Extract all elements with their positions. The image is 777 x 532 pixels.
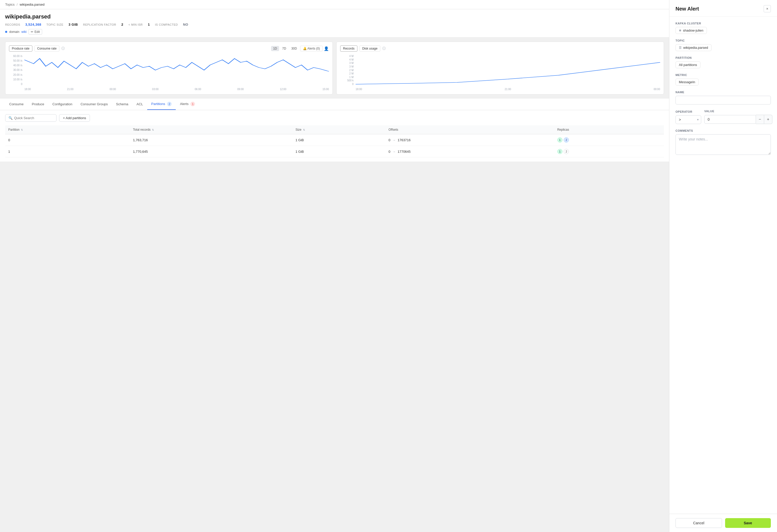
modal-header: New Alert × <box>669 0 777 17</box>
value-input[interactable] <box>704 115 756 124</box>
partition-row: PARTITION All partitions <box>675 56 771 68</box>
breadcrumb: Topics / wikipedia.parsed <box>0 0 669 9</box>
table-area: 🔍 + Add partitions Partition ⇅ Total rec… <box>0 110 669 161</box>
topic-row: TOPIC ☰ wikipedia.parsed <box>675 39 771 51</box>
tab-alerts[interactable]: Alerts 1 <box>176 99 199 110</box>
partitions-badge: 2 <box>167 102 172 106</box>
breadcrumb-current: wikipedia.parsed <box>19 3 44 6</box>
col-size[interactable]: Size ⇅ <box>293 125 385 134</box>
produce-rate-btn[interactable]: Produce rate <box>9 45 32 51</box>
partition-1: 1 <box>5 146 130 157</box>
replica-leader: 1 <box>557 149 562 154</box>
close-button[interactable]: × <box>764 5 771 12</box>
replica-leader: 1 <box>557 137 562 142</box>
modal-body: KAFKA CLUSTER ❄ shadow-julien TOPIC ☰ wi… <box>669 17 777 514</box>
size-1: 1 GiB <box>293 146 385 157</box>
tab-acl[interactable]: ACL <box>132 99 147 110</box>
table-row: 1 1,770,645 1 GiB 0 → 1770645 1 2 <box>5 146 664 157</box>
sort-icon: ⇅ <box>303 128 305 131</box>
subscribe-icon: 👤 <box>324 46 329 51</box>
search-input[interactable] <box>14 116 53 120</box>
domain-tag[interactable]: wiki <box>21 30 26 34</box>
size-0: 1 GiB <box>293 134 385 146</box>
min-isr-label: < MIN ISR <box>128 23 143 26</box>
total-records-1: 1,770,645 <box>130 146 293 157</box>
arrow-icon: → <box>393 150 396 153</box>
replicas-1: 1 2 <box>554 146 664 157</box>
domain-tags: domain wiki ✏ Edit <box>5 29 664 35</box>
modal-footer: Cancel Save <box>669 514 777 532</box>
col-partition[interactable]: Partition ⇅ <box>5 125 130 134</box>
topic-value: wikipedia.parsed <box>683 46 708 49</box>
chart-info-icon: ⓘ <box>62 46 65 51</box>
partition-chip: All partitions <box>675 61 700 68</box>
compacted-label: IS COMPACTED <box>155 23 178 26</box>
metric-label: METRIC <box>675 74 771 77</box>
records-x-axis: 18:00 21:00 00:00 <box>356 88 660 91</box>
replica-follower: 2 <box>564 149 569 154</box>
kafka-cluster-row: KAFKA CLUSTER ❄ shadow-julien <box>675 22 771 34</box>
partition-label: PARTITION <box>675 56 771 59</box>
cancel-button[interactable]: Cancel <box>675 518 722 528</box>
decrement-button[interactable]: − <box>756 115 764 124</box>
name-row: Name <box>675 91 771 105</box>
produce-chart-svg <box>24 55 329 86</box>
arrow-icon: → <box>393 138 396 142</box>
tab-configuration[interactable]: Configuration <box>48 99 76 110</box>
bell-icon: 🔔 <box>303 47 307 50</box>
time-7d-btn[interactable]: 7D <box>280 46 288 51</box>
kafka-cluster-chip: ❄ shadow-julien <box>675 27 707 34</box>
time-1d-btn[interactable]: 1D <box>271 46 279 51</box>
operator-select-wrap: > >= < <= = ▾ <box>675 115 701 124</box>
topic-title: wikipedia.parsed <box>5 13 664 20</box>
sort-icon: ⇅ <box>21 128 23 131</box>
metric-row: METRIC MessageIn <box>675 74 771 86</box>
disk-usage-btn[interactable]: Disk usage <box>359 45 380 51</box>
operator-select[interactable]: > >= < <= = <box>675 115 701 124</box>
alerts-badge: 1 <box>190 102 195 106</box>
metric-value: MessageIn <box>679 80 695 84</box>
topic-chip: ☰ wikipedia.parsed <box>675 44 711 51</box>
tab-schema[interactable]: Schema <box>112 99 133 110</box>
time-30d-btn[interactable]: 30D <box>289 46 299 51</box>
edit-button[interactable]: ✏ Edit <box>28 29 42 35</box>
tab-consumer-groups[interactable]: Consumer Groups <box>76 99 112 110</box>
edit-label: Edit <box>34 30 40 34</box>
add-partitions-button[interactable]: + Add partitions <box>59 114 90 122</box>
domain-dot <box>5 31 7 33</box>
records-btn[interactable]: Records <box>340 45 357 51</box>
alerts-label: Alerts (0) <box>307 47 320 50</box>
produce-chart-area: 60.00 /s 50.00 /s 40.00 /s 30.00 /s 20.0… <box>9 55 329 91</box>
col-replicas: Replicas <box>554 125 664 134</box>
partitions-table: Partition ⇅ Total records ⇅ Size ⇅ Offse… <box>5 125 664 157</box>
comments-textarea[interactable] <box>675 134 771 155</box>
modal-title: New Alert <box>675 6 699 12</box>
tab-partitions[interactable]: Partitions 2 <box>147 99 176 110</box>
col-total-records[interactable]: Total records ⇅ <box>130 125 293 134</box>
consume-rate-btn[interactable]: Consume rate <box>34 45 60 51</box>
operator-group: Operator > >= < <= = ▾ <box>675 110 701 124</box>
total-records-0: 1,763,716 <box>130 134 293 146</box>
compacted-value: NO <box>183 23 188 26</box>
produce-y-axis: 60.00 /s 50.00 /s 40.00 /s 30.00 /s 20.0… <box>9 55 24 86</box>
produce-chart-card: Produce rate Consume rate ⓘ 1D 7D 30D 🔔 … <box>5 41 333 95</box>
alerts-btn[interactable]: 🔔 Alerts (0) <box>300 46 323 51</box>
breadcrumb-separator: / <box>17 3 18 6</box>
increment-button[interactable]: + <box>764 115 772 124</box>
records-value: 3,524,368 <box>25 23 41 26</box>
records-chart-info-icon: ⓘ <box>382 46 386 51</box>
comments-row: Comments <box>675 129 771 156</box>
tab-produce[interactable]: Produce <box>28 99 48 110</box>
topics-link[interactable]: Topics <box>5 3 15 6</box>
table-toolbar: 🔍 + Add partitions <box>5 114 664 122</box>
topic-size-value: 3 GiB <box>69 23 78 26</box>
sort-icon: ⇅ <box>152 128 154 131</box>
name-input[interactable] <box>675 96 771 105</box>
save-button[interactable]: Save <box>725 518 771 528</box>
records-chart-area: 4 M 4 M 3 M 3 M 2 M 2 M 1 M 500 k 0 18: <box>340 55 660 91</box>
tab-consume[interactable]: Consume <box>5 99 28 110</box>
replica-follower: 2 <box>564 137 569 142</box>
replicas-0: 1 2 <box>554 134 664 146</box>
new-alert-modal: New Alert × KAFKA CLUSTER ❄ shadow-julie… <box>669 0 777 532</box>
topic-label: TOPIC <box>675 39 771 42</box>
